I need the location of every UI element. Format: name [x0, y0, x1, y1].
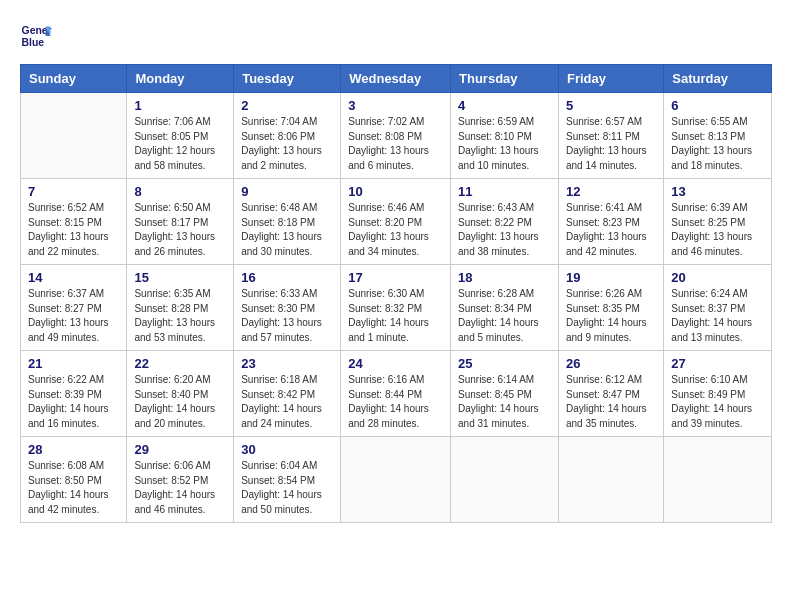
- day-info: Sunrise: 6:39 AMSunset: 8:25 PMDaylight:…: [671, 201, 764, 259]
- calendar-cell: 3Sunrise: 7:02 AMSunset: 8:08 PMDaylight…: [341, 93, 451, 179]
- day-info: Sunrise: 6:06 AMSunset: 8:52 PMDaylight:…: [134, 459, 226, 517]
- day-info: Sunrise: 6:41 AMSunset: 8:23 PMDaylight:…: [566, 201, 656, 259]
- calendar-cell: 14Sunrise: 6:37 AMSunset: 8:27 PMDayligh…: [21, 265, 127, 351]
- calendar-table: SundayMondayTuesdayWednesdayThursdayFrid…: [20, 64, 772, 523]
- day-info: Sunrise: 6:48 AMSunset: 8:18 PMDaylight:…: [241, 201, 333, 259]
- day-info: Sunrise: 6:43 AMSunset: 8:22 PMDaylight:…: [458, 201, 551, 259]
- calendar-cell: [558, 437, 663, 523]
- day-info: Sunrise: 6:20 AMSunset: 8:40 PMDaylight:…: [134, 373, 226, 431]
- day-info: Sunrise: 6:04 AMSunset: 8:54 PMDaylight:…: [241, 459, 333, 517]
- week-row-2: 7Sunrise: 6:52 AMSunset: 8:15 PMDaylight…: [21, 179, 772, 265]
- day-info: Sunrise: 7:04 AMSunset: 8:06 PMDaylight:…: [241, 115, 333, 173]
- calendar-cell: 9Sunrise: 6:48 AMSunset: 8:18 PMDaylight…: [234, 179, 341, 265]
- day-info: Sunrise: 6:37 AMSunset: 8:27 PMDaylight:…: [28, 287, 119, 345]
- calendar-cell: [451, 437, 559, 523]
- week-row-4: 21Sunrise: 6:22 AMSunset: 8:39 PMDayligh…: [21, 351, 772, 437]
- day-number: 5: [566, 98, 656, 113]
- calendar-cell: 25Sunrise: 6:14 AMSunset: 8:45 PMDayligh…: [451, 351, 559, 437]
- day-info: Sunrise: 6:35 AMSunset: 8:28 PMDaylight:…: [134, 287, 226, 345]
- day-info: Sunrise: 6:22 AMSunset: 8:39 PMDaylight:…: [28, 373, 119, 431]
- day-info: Sunrise: 6:33 AMSunset: 8:30 PMDaylight:…: [241, 287, 333, 345]
- day-number: 26: [566, 356, 656, 371]
- day-number: 2: [241, 98, 333, 113]
- weekday-header-sunday: Sunday: [21, 65, 127, 93]
- calendar-cell: 2Sunrise: 7:04 AMSunset: 8:06 PMDaylight…: [234, 93, 341, 179]
- calendar-cell: 28Sunrise: 6:08 AMSunset: 8:50 PMDayligh…: [21, 437, 127, 523]
- day-info: Sunrise: 6:52 AMSunset: 8:15 PMDaylight:…: [28, 201, 119, 259]
- logo: General Blue: [20, 20, 52, 52]
- day-info: Sunrise: 6:50 AMSunset: 8:17 PMDaylight:…: [134, 201, 226, 259]
- day-number: 1: [134, 98, 226, 113]
- day-number: 19: [566, 270, 656, 285]
- logo-icon: General Blue: [20, 20, 52, 52]
- day-info: Sunrise: 6:14 AMSunset: 8:45 PMDaylight:…: [458, 373, 551, 431]
- weekday-header-thursday: Thursday: [451, 65, 559, 93]
- header: General Blue: [20, 20, 772, 52]
- weekday-header-saturday: Saturday: [664, 65, 772, 93]
- day-number: 29: [134, 442, 226, 457]
- weekday-header-monday: Monday: [127, 65, 234, 93]
- weekday-header-wednesday: Wednesday: [341, 65, 451, 93]
- day-number: 10: [348, 184, 443, 199]
- day-number: 24: [348, 356, 443, 371]
- day-info: Sunrise: 6:16 AMSunset: 8:44 PMDaylight:…: [348, 373, 443, 431]
- page: General Blue SundayMondayTuesdayWednesda…: [0, 0, 792, 612]
- day-info: Sunrise: 6:12 AMSunset: 8:47 PMDaylight:…: [566, 373, 656, 431]
- calendar-cell: 15Sunrise: 6:35 AMSunset: 8:28 PMDayligh…: [127, 265, 234, 351]
- calendar-cell: 11Sunrise: 6:43 AMSunset: 8:22 PMDayligh…: [451, 179, 559, 265]
- calendar-cell: 4Sunrise: 6:59 AMSunset: 8:10 PMDaylight…: [451, 93, 559, 179]
- calendar-cell: 6Sunrise: 6:55 AMSunset: 8:13 PMDaylight…: [664, 93, 772, 179]
- day-number: 16: [241, 270, 333, 285]
- day-number: 15: [134, 270, 226, 285]
- day-number: 21: [28, 356, 119, 371]
- calendar-cell: 1Sunrise: 7:06 AMSunset: 8:05 PMDaylight…: [127, 93, 234, 179]
- day-number: 13: [671, 184, 764, 199]
- calendar-cell: 18Sunrise: 6:28 AMSunset: 8:34 PMDayligh…: [451, 265, 559, 351]
- weekday-header-row: SundayMondayTuesdayWednesdayThursdayFrid…: [21, 65, 772, 93]
- day-info: Sunrise: 6:08 AMSunset: 8:50 PMDaylight:…: [28, 459, 119, 517]
- calendar-cell: 23Sunrise: 6:18 AMSunset: 8:42 PMDayligh…: [234, 351, 341, 437]
- calendar-cell: 8Sunrise: 6:50 AMSunset: 8:17 PMDaylight…: [127, 179, 234, 265]
- day-number: 30: [241, 442, 333, 457]
- day-number: 8: [134, 184, 226, 199]
- day-number: 27: [671, 356, 764, 371]
- calendar-cell: 24Sunrise: 6:16 AMSunset: 8:44 PMDayligh…: [341, 351, 451, 437]
- day-number: 25: [458, 356, 551, 371]
- week-row-5: 28Sunrise: 6:08 AMSunset: 8:50 PMDayligh…: [21, 437, 772, 523]
- day-info: Sunrise: 6:10 AMSunset: 8:49 PMDaylight:…: [671, 373, 764, 431]
- day-number: 4: [458, 98, 551, 113]
- day-number: 12: [566, 184, 656, 199]
- day-number: 9: [241, 184, 333, 199]
- day-number: 20: [671, 270, 764, 285]
- calendar-cell: 27Sunrise: 6:10 AMSunset: 8:49 PMDayligh…: [664, 351, 772, 437]
- calendar-cell: 17Sunrise: 6:30 AMSunset: 8:32 PMDayligh…: [341, 265, 451, 351]
- calendar-cell: 21Sunrise: 6:22 AMSunset: 8:39 PMDayligh…: [21, 351, 127, 437]
- calendar-cell: [341, 437, 451, 523]
- weekday-header-tuesday: Tuesday: [234, 65, 341, 93]
- day-number: 23: [241, 356, 333, 371]
- day-number: 18: [458, 270, 551, 285]
- calendar-cell: 7Sunrise: 6:52 AMSunset: 8:15 PMDaylight…: [21, 179, 127, 265]
- day-number: 22: [134, 356, 226, 371]
- day-info: Sunrise: 6:59 AMSunset: 8:10 PMDaylight:…: [458, 115, 551, 173]
- calendar-cell: 30Sunrise: 6:04 AMSunset: 8:54 PMDayligh…: [234, 437, 341, 523]
- calendar-cell: 19Sunrise: 6:26 AMSunset: 8:35 PMDayligh…: [558, 265, 663, 351]
- calendar-cell: 13Sunrise: 6:39 AMSunset: 8:25 PMDayligh…: [664, 179, 772, 265]
- calendar-cell: 12Sunrise: 6:41 AMSunset: 8:23 PMDayligh…: [558, 179, 663, 265]
- day-info: Sunrise: 6:18 AMSunset: 8:42 PMDaylight:…: [241, 373, 333, 431]
- day-info: Sunrise: 6:57 AMSunset: 8:11 PMDaylight:…: [566, 115, 656, 173]
- day-info: Sunrise: 7:02 AMSunset: 8:08 PMDaylight:…: [348, 115, 443, 173]
- day-info: Sunrise: 6:26 AMSunset: 8:35 PMDaylight:…: [566, 287, 656, 345]
- calendar-cell: 16Sunrise: 6:33 AMSunset: 8:30 PMDayligh…: [234, 265, 341, 351]
- week-row-3: 14Sunrise: 6:37 AMSunset: 8:27 PMDayligh…: [21, 265, 772, 351]
- day-info: Sunrise: 6:46 AMSunset: 8:20 PMDaylight:…: [348, 201, 443, 259]
- day-info: Sunrise: 6:55 AMSunset: 8:13 PMDaylight:…: [671, 115, 764, 173]
- calendar-cell: 22Sunrise: 6:20 AMSunset: 8:40 PMDayligh…: [127, 351, 234, 437]
- calendar-cell: 26Sunrise: 6:12 AMSunset: 8:47 PMDayligh…: [558, 351, 663, 437]
- calendar-cell: 29Sunrise: 6:06 AMSunset: 8:52 PMDayligh…: [127, 437, 234, 523]
- day-info: Sunrise: 6:28 AMSunset: 8:34 PMDaylight:…: [458, 287, 551, 345]
- day-number: 11: [458, 184, 551, 199]
- day-number: 28: [28, 442, 119, 457]
- day-number: 17: [348, 270, 443, 285]
- day-info: Sunrise: 6:30 AMSunset: 8:32 PMDaylight:…: [348, 287, 443, 345]
